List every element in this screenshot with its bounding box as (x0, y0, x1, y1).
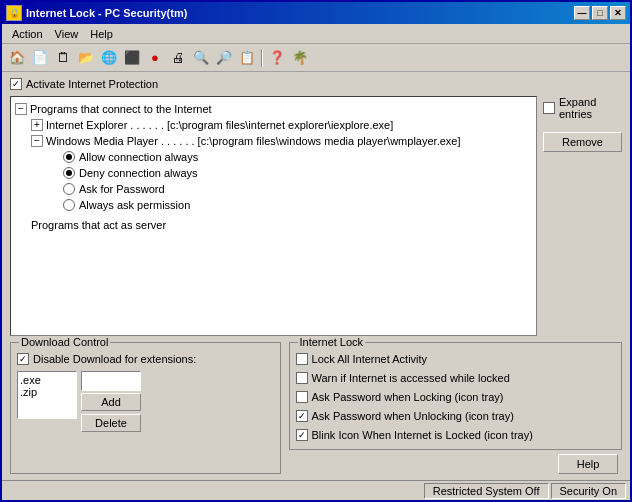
radio-allow-label: Allow connection always (79, 149, 198, 165)
toolbar-new[interactable]: 📄 (29, 47, 51, 69)
il-check-2[interactable] (296, 391, 308, 403)
tree-root-label: Programs that connect to the Internet (30, 101, 212, 117)
tree-root: − Programs that connect to the Internet (15, 101, 532, 117)
download-control-group: Download Control Disable Download for ex… (10, 342, 281, 474)
radio-always-label: Always ask permission (79, 197, 190, 213)
remove-button[interactable]: Remove (543, 132, 622, 152)
right-panel: Expand entries Remove (537, 96, 622, 336)
radio-password-icon[interactable] (63, 183, 75, 195)
server-label: Programs that act as server (31, 217, 166, 233)
toolbar-black[interactable]: ⬛ (121, 47, 143, 69)
disable-download-label: Disable Download for extensions: (33, 351, 196, 367)
extensions-list[interactable]: .exe .zip (17, 371, 77, 419)
restricted-status: Restricted System Off (424, 483, 549, 499)
extension-input[interactable] (81, 371, 141, 391)
add-button[interactable]: Add (81, 393, 141, 411)
server-label-row: Programs that act as server (15, 217, 532, 233)
root-expand-icon[interactable]: − (15, 103, 27, 115)
window-icon: 🔒 (6, 5, 22, 21)
expand-entries-row: Expand entries (543, 96, 622, 120)
menu-help[interactable]: Help (84, 26, 119, 42)
il-check-0[interactable] (296, 353, 308, 365)
radio-allow: Allow connection always (15, 149, 532, 165)
radio-password-label: Ask for Password (79, 181, 165, 197)
il-label-3: Ask Password when Unlocking (icon tray) (312, 408, 514, 424)
radio-allow-icon[interactable] (63, 151, 75, 163)
title-bar-buttons: — □ ✕ (574, 6, 626, 20)
radio-deny: Deny connection always (15, 165, 532, 181)
radio-deny-label: Deny connection always (79, 165, 198, 181)
ie-expand-icon[interactable]: + (31, 119, 43, 131)
il-label-4: Blink Icon When Internet is Locked (icon… (312, 427, 533, 443)
toolbar-globe[interactable]: 🌐 (98, 47, 120, 69)
il-option-1: Warn if Internet is accessed while locke… (296, 370, 615, 386)
ext-zip: .zip (20, 386, 74, 398)
dc-extensions-row: .exe .zip Add Delete (17, 371, 274, 432)
toolbar-folder[interactable]: 📂 (75, 47, 97, 69)
disable-download-checkbox[interactable] (17, 353, 29, 365)
wmp-expand-icon[interactable]: − (31, 135, 43, 147)
activate-checkbox[interactable] (10, 78, 22, 90)
bottom-section: Download Control Disable Download for ex… (10, 342, 622, 474)
toolbar-doc[interactable]: 🗒 (52, 47, 74, 69)
menu-view[interactable]: View (49, 26, 85, 42)
expand-entries-label: Expand entries (559, 96, 622, 120)
security-status: Security On (551, 483, 626, 499)
radio-deny-icon[interactable] (63, 167, 75, 179)
il-option-3: Ask Password when Unlocking (icon tray) (296, 408, 615, 424)
activate-row: Activate Internet Protection (10, 78, 622, 90)
expand-entries-checkbox[interactable] (543, 102, 555, 114)
il-check-4[interactable] (296, 429, 308, 441)
window-title: Internet Lock - PC Security(tm) (26, 7, 574, 19)
main-content: Activate Internet Protection − Programs … (2, 72, 630, 480)
programs-panel: − Programs that connect to the Internet … (10, 96, 537, 336)
title-bar: 🔒 Internet Lock - PC Security(tm) — □ ✕ (2, 2, 630, 24)
dc-buttons: Add Delete (81, 393, 141, 432)
close-button[interactable]: ✕ (610, 6, 626, 20)
toolbar-print[interactable]: 🖨 (167, 47, 189, 69)
dc-inner: Disable Download for extensions: .exe .z… (17, 351, 274, 432)
toolbar-red[interactable]: ● (144, 47, 166, 69)
toolbar-home[interactable]: 🏠 (6, 47, 28, 69)
internet-lock-label: Internet Lock (298, 336, 366, 348)
il-label-0: Lock All Internet Activity (312, 351, 428, 367)
toolbar-tree[interactable]: 🌴 (289, 47, 311, 69)
il-option-0: Lock All Internet Activity (296, 351, 615, 367)
menu-action[interactable]: Action (6, 26, 49, 42)
ext-exe: .exe (20, 374, 74, 386)
il-option-4: Blink Icon When Internet is Locked (icon… (296, 427, 615, 443)
radio-password: Ask for Password (15, 181, 532, 197)
internet-lock-wrapper: Internet Lock Lock All Internet Activity… (289, 342, 622, 474)
toolbar-help[interactable]: ❓ (266, 47, 288, 69)
internet-lock-group: Internet Lock Lock All Internet Activity… (289, 342, 622, 450)
disable-download-row: Disable Download for extensions: (17, 351, 274, 367)
menu-bar: Action View Help (2, 24, 630, 44)
il-check-3[interactable] (296, 410, 308, 422)
delete-button[interactable]: Delete (81, 414, 141, 432)
help-button[interactable]: Help (558, 454, 618, 474)
toolbar-clipboard[interactable]: 📋 (236, 47, 258, 69)
il-inner: Lock All Internet Activity Warn if Inter… (296, 351, 615, 443)
il-label-2: Ask Password when Locking (icon tray) (312, 389, 504, 405)
radio-always-icon[interactable] (63, 199, 75, 211)
download-control-label: Download Control (19, 336, 110, 348)
minimize-button[interactable]: — (574, 6, 590, 20)
maximize-button[interactable]: □ (592, 6, 608, 20)
wmp-label: Windows Media Player . . . . . . [c:\pro… (46, 133, 461, 149)
il-label-1: Warn if Internet is accessed while locke… (312, 370, 510, 386)
toolbar-sep (261, 49, 263, 67)
il-option-2: Ask Password when Locking (icon tray) (296, 389, 615, 405)
il-check-1[interactable] (296, 372, 308, 384)
toolbar: 🏠 📄 🗒 📂 🌐 ⬛ ● 🖨 🔍 🔎 📋 ❓ 🌴 (2, 44, 630, 72)
status-bar: Restricted System Off Security On (2, 480, 630, 500)
ie-label: Internet Explorer . . . . . . [c:\progra… (46, 117, 393, 133)
toolbar-zoom[interactable]: 🔎 (213, 47, 235, 69)
activate-label[interactable]: Activate Internet Protection (26, 78, 158, 90)
main-window: 🔒 Internet Lock - PC Security(tm) — □ ✕ … (0, 0, 632, 502)
dc-input-buttons: Add Delete (81, 371, 141, 432)
help-container: Help (289, 454, 622, 474)
radio-always: Always ask permission (15, 197, 532, 213)
programs-section: − Programs that connect to the Internet … (10, 96, 622, 336)
tree-ie: + Internet Explorer . . . . . . [c:\prog… (15, 117, 532, 133)
toolbar-magnify[interactable]: 🔍 (190, 47, 212, 69)
